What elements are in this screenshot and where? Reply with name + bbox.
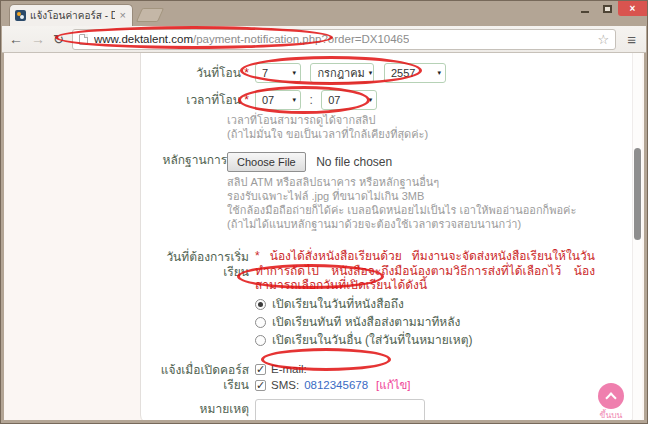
year-select[interactable]: 2557▾: [384, 63, 446, 83]
browser-toolbar: ← → ↻ www.dektalent.com/payment-notifica…: [2, 26, 646, 53]
notify-label: แจ้งเมื่อเปิดคอร์สเรียน: [141, 363, 249, 393]
email-checkbox[interactable]: [255, 364, 266, 375]
close-window-button[interactable]: ×: [618, 1, 647, 16]
note-textarea[interactable]: [255, 399, 425, 421]
url-path: /payment-notification.php?order=DX10465: [193, 33, 409, 45]
minimize-button[interactable]: [574, 1, 596, 16]
evidence-field: Choose File No file chosen: [227, 151, 392, 172]
maximize-button[interactable]: [596, 1, 618, 16]
start-option-3[interactable]: เปิดเรียนในวันอื่น (ใส่วันที่ในหมายเหตุ): [255, 334, 633, 347]
browser-tab[interactable]: แจ้งโอนค่าคอร์ส - DekTalent... ×: [9, 4, 133, 26]
back-to-top: ขึ้นบน: [596, 383, 626, 420]
start-option-2[interactable]: เปิดเรียนทันที หนังสือส่งตามมาทีหลัง: [255, 316, 633, 329]
scrollbar-thumb[interactable]: [634, 148, 641, 240]
chevron-down-icon: ▾: [292, 96, 296, 104]
day-select[interactable]: 7▾: [255, 63, 301, 83]
tab-close-icon[interactable]: ×: [119, 10, 127, 21]
minimize-icon: [581, 11, 589, 13]
evidence-hint-4: (ถ้าไม่ได้แนบหลักฐานมาด้วยจะต้องใช้เวลาต…: [227, 217, 633, 231]
email-label: E-mail:: [271, 363, 307, 376]
note-label: หมายเหตุ: [141, 399, 249, 417]
back-icon[interactable]: ←: [9, 32, 23, 46]
evidence-hints: สลิป ATM หรือสลิปธนาคาร หรือหลักฐานอื่นๆ…: [227, 175, 633, 231]
month-select[interactable]: กรกฎาคม▾: [310, 63, 374, 83]
start-option-3-label: เปิดเรียนในวันอื่น (ใส่วันที่ในหมายเหตุ): [272, 334, 473, 347]
choose-file-button[interactable]: Choose File: [227, 152, 306, 172]
evidence-hint-3: ใช้กล้องมือถือถ่ายก็ได้ค่ะ เบลอนิดหน่อยไ…: [227, 203, 633, 217]
evidence-hint-1: สลิป ATM หรือสลิปธนาคาร หรือหลักฐานอื่นๆ: [227, 175, 633, 189]
transfer-time-label: เวลาที่โอน *: [141, 90, 249, 108]
back-to-top-button[interactable]: [598, 383, 624, 409]
chevron-down-icon: ▾: [292, 69, 296, 77]
transfer-time-fields: 07▾ : 07▾: [255, 90, 377, 110]
payment-form-card: วันที่โอน * 7▾ กรกฎาคม▾ 2557▾ เวลาที่โอน…: [140, 53, 634, 420]
sms-checkbox[interactable]: [255, 380, 266, 391]
time-hint-2: (ถ้าไม่มั่นใจ ขอเป็นเวลาที่ใกล้เคียงที่ส…: [227, 127, 633, 141]
sms-label: SMS:: [271, 379, 299, 392]
chevron-down-icon: ▾: [369, 96, 373, 104]
required-mark: *: [244, 66, 249, 80]
time-hint-1: เวลาที่โอนสามารถดูได้จากสลิป: [227, 113, 633, 127]
evidence-hint-2: รองรับเฉพาะไฟล์ .jpg ที่ขนาดไม่เกิน 3MB: [227, 189, 633, 203]
url-domain: www.dektalent.com: [94, 33, 193, 45]
radio-icon[interactable]: [255, 335, 266, 346]
file-status-text: No file chosen: [316, 151, 392, 169]
transfer-time-row: เวลาที่โอน * 07▾ : 07▾: [141, 90, 633, 110]
maximize-icon: [603, 5, 612, 13]
address-bar[interactable]: www.dektalent.com/payment-notification.p…: [72, 29, 616, 50]
minute-select[interactable]: 07▾: [321, 90, 377, 110]
hour-select[interactable]: 07▾: [255, 90, 301, 110]
evidence-row: หลักฐานการโอน Choose File No file chosen: [141, 150, 633, 172]
notify-sms-line: SMS: 0812345678 [แก้ไข]: [255, 379, 411, 392]
chevron-down-icon: ▾: [369, 69, 373, 77]
transfer-date-fields: 7▾ กรกฎาคม▾ 2557▾: [255, 63, 446, 83]
chevron-up-icon: [605, 392, 616, 403]
tab-title: แจ้งโอนค่าคอร์ส - DekTalent...: [30, 8, 115, 23]
new-tab-button[interactable]: [136, 8, 164, 22]
chevron-down-icon: ▾: [437, 69, 441, 77]
transfer-date-row: วันที่โอน * 7▾ กรกฎาคม▾ 2557▾: [141, 63, 633, 83]
time-hints: เวลาที่โอนสามารถดูได้จากสลิป (ถ้าไม่มั่น…: [227, 113, 633, 141]
site-favicon: [15, 10, 26, 21]
forward-icon[interactable]: →: [31, 32, 45, 46]
sms-edit-link[interactable]: [แก้ไข]: [376, 379, 410, 392]
time-separator: :: [309, 90, 312, 107]
notify-fields: E-mail: SMS: 0812345678 [แก้ไข]: [255, 363, 411, 392]
start-date-row: วันที่ต้องการเริ่มเรียน * น้องได้สั่งหนั…: [141, 247, 633, 293]
notify-row: แจ้งเมื่อเปิดคอร์สเรียน E-mail: SMS: 081…: [141, 363, 633, 393]
radio-icon[interactable]: [255, 317, 266, 328]
browser-window: แจ้งโอนค่าคอร์ส - DekTalent... × × ← → ↻…: [0, 0, 648, 424]
reload-icon[interactable]: ↻: [53, 33, 64, 46]
start-option-2-label: เปิดเรียนทันที หนังสือส่งตามมาทีหลัง: [272, 316, 460, 329]
scrollbar-track[interactable]: [632, 53, 642, 420]
notify-email-line: E-mail:: [255, 363, 411, 376]
note-row: หมายเหตุ: [141, 399, 633, 421]
page-icon: [79, 34, 88, 45]
window-controls: ×: [574, 1, 647, 16]
bookmark-star-icon[interactable]: ☆: [598, 33, 610, 46]
menu-icon[interactable]: ≡: [624, 32, 639, 47]
sms-number: 0812345678: [304, 379, 368, 392]
start-option-1-label: เปิดเรียนในวันที่หนังสือถึง: [272, 298, 404, 311]
start-option-1[interactable]: เปิดเรียนในวันที่หนังสือถึง: [255, 298, 633, 311]
url-text: www.dektalent.com/payment-notification.p…: [94, 33, 409, 45]
transfer-date-label: วันที่โอน *: [141, 63, 249, 81]
required-mark: *: [244, 93, 249, 107]
start-date-notice: * น้องได้สั่งหนังสือเรียนด้วย ทีมงานจะจั…: [255, 247, 595, 293]
radio-selected-icon[interactable]: [255, 299, 266, 310]
start-date-label: วันที่ต้องการเริ่มเรียน: [141, 247, 249, 280]
back-to-top-label: ขึ้นบน: [596, 410, 626, 420]
page-content: วันที่โอน * 7▾ กรกฎาคม▾ 2557▾ เวลาที่โอน…: [4, 53, 644, 420]
